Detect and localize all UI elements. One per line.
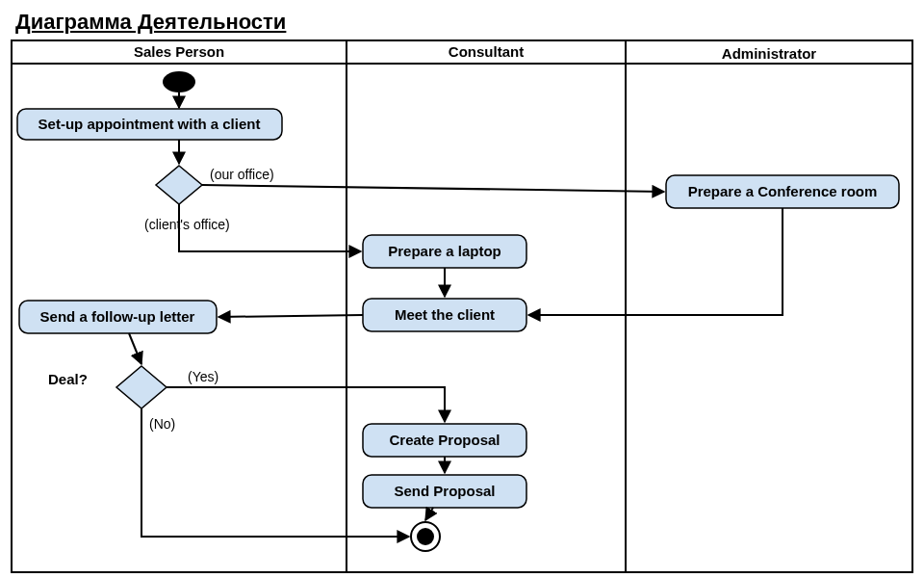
final-node	[411, 522, 440, 551]
edge-followup-d2	[129, 333, 141, 364]
svg-marker-1	[116, 366, 167, 408]
svg-point-3	[417, 528, 434, 545]
edge-d2-create	[167, 387, 445, 422]
guard-client-office: (client's office)	[144, 217, 230, 232]
activity-prepare-laptop-label: Prepare a laptop	[388, 243, 501, 259]
initial-node	[163, 71, 195, 92]
edge-meet-followup	[218, 315, 363, 317]
guard-our-office: (our office)	[210, 167, 274, 182]
activity-send-proposal-label: Send Proposal	[394, 483, 495, 499]
lane-admin-label: Administrator	[722, 45, 817, 62]
edge-room-meet	[528, 208, 783, 315]
edge-send-final	[425, 508, 433, 520]
edge-d1-room	[202, 185, 664, 192]
svg-marker-0	[156, 166, 202, 204]
decision-deal-label: Deal?	[48, 371, 88, 387]
activity-follow-up-label: Send a follow-up letter	[40, 308, 195, 325]
decision-location	[156, 166, 202, 204]
activity-setup-label: Set-up appointment with a client	[38, 116, 261, 132]
activity-prepare-room-label: Prepare a Conference room	[688, 183, 878, 199]
guard-yes: (Yes)	[188, 369, 218, 384]
activity-diagram-svg: Sales Person Consultant Administrator Se…	[0, 0, 924, 578]
lane-sales-label: Sales Person	[134, 43, 224, 60]
activity-create-proposal-label: Create Proposal	[389, 432, 500, 448]
lane-admin	[626, 40, 912, 572]
guard-no: (No)	[149, 416, 175, 432]
activity-meet-client-label: Meet the client	[395, 306, 495, 323]
decision-deal	[116, 366, 167, 408]
lane-consultant-label: Consultant	[449, 43, 524, 60]
